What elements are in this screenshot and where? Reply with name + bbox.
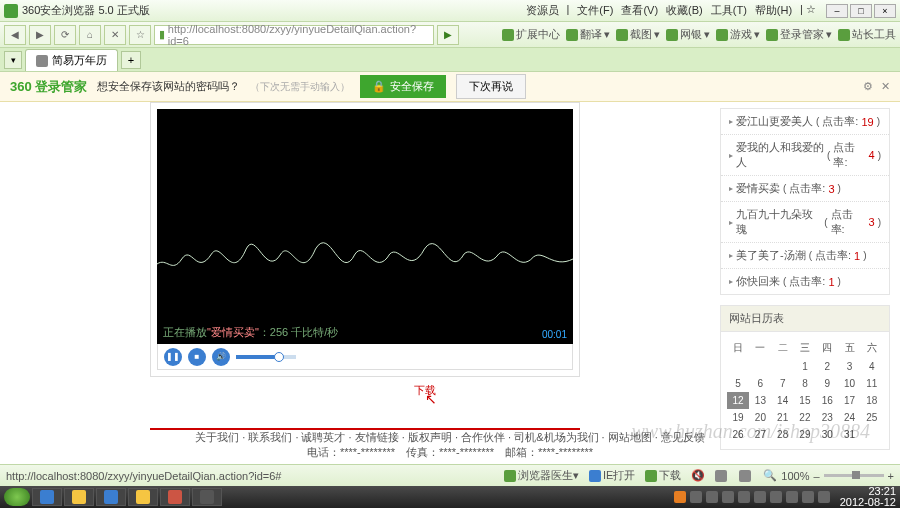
tray-icon[interactable] bbox=[818, 491, 830, 503]
tray-icon[interactable] bbox=[770, 491, 782, 503]
volume-icon[interactable]: 🔊 bbox=[212, 348, 230, 366]
calendar-day[interactable]: 25 bbox=[861, 409, 883, 426]
settings-icon[interactable]: ⚙ bbox=[863, 80, 873, 93]
mute-icon[interactable]: 🔇 bbox=[691, 469, 705, 482]
translate[interactable]: 翻译▾ bbox=[566, 27, 610, 42]
zoom-control[interactable]: 🔍 100% –+ bbox=[763, 469, 894, 482]
taskbar-app[interactable] bbox=[32, 488, 62, 506]
address-bar[interactable]: ▮ http://localhost:8080/zxyy/yinyueDetai… bbox=[154, 25, 434, 45]
open-in-ie[interactable]: IE打开 bbox=[589, 468, 635, 483]
calendar-day[interactable]: 20 bbox=[749, 409, 771, 426]
song-item[interactable]: ▸爱江山更爱美人 (点击率: 19) bbox=[721, 109, 889, 135]
webmaster[interactable]: 站长工具 bbox=[838, 27, 896, 42]
minimize-button[interactable]: – bbox=[826, 4, 848, 18]
tab-list-button[interactable]: ▾ bbox=[4, 51, 22, 69]
calendar-day[interactable]: 7 bbox=[772, 375, 794, 392]
calendar-day[interactable]: 11 bbox=[861, 375, 883, 392]
window-titlebar: 360安全浏览器 5.0 正式版 资源员 | 文件(F) 查看(V) 收藏(B)… bbox=[0, 0, 900, 22]
menu-item[interactable]: 收藏(B) bbox=[666, 3, 703, 18]
taskbar-app[interactable] bbox=[96, 488, 126, 506]
calendar-day[interactable]: 21 bbox=[772, 409, 794, 426]
close-button[interactable]: × bbox=[874, 4, 896, 18]
tray-icon[interactable] bbox=[722, 491, 734, 503]
qq-icon[interactable] bbox=[715, 469, 729, 482]
calendar-day[interactable]: 13 bbox=[749, 392, 771, 409]
maximize-button[interactable]: □ bbox=[850, 4, 872, 18]
calendar-day[interactable]: 6 bbox=[749, 375, 771, 392]
home-button[interactable]: ⌂ bbox=[79, 25, 101, 45]
calendar-day[interactable]: 16 bbox=[816, 392, 838, 409]
calendar-day[interactable]: 17 bbox=[838, 392, 860, 409]
download-link[interactable]: 下载 ↖ bbox=[150, 383, 700, 398]
calendar-day[interactable]: 24 bbox=[838, 409, 860, 426]
calendar-day[interactable]: 10 bbox=[838, 375, 860, 392]
forward-button[interactable]: ▶ bbox=[29, 25, 51, 45]
tray-icon[interactable] bbox=[802, 491, 814, 503]
close-bar-icon[interactable]: ✕ bbox=[881, 80, 890, 93]
browser-tab[interactable]: 简易万年历 bbox=[25, 49, 118, 71]
tray-icon[interactable] bbox=[738, 491, 750, 503]
downloads[interactable]: 下载 bbox=[645, 468, 681, 483]
back-button[interactable]: ◀ bbox=[4, 25, 26, 45]
calendar-day[interactable]: 1 bbox=[794, 358, 816, 375]
browser-doctor[interactable]: 浏览器医生▾ bbox=[504, 468, 579, 483]
new-tab-button[interactable]: + bbox=[121, 51, 141, 69]
calendar-day bbox=[772, 358, 794, 375]
ext-center[interactable]: 扩展中心 bbox=[502, 27, 560, 42]
menu-item[interactable]: 查看(V) bbox=[621, 3, 658, 18]
games[interactable]: 游戏▾ bbox=[716, 27, 760, 42]
tray-icon[interactable] bbox=[786, 491, 798, 503]
calendar-day[interactable]: 15 bbox=[794, 392, 816, 409]
login-mgr[interactable]: 登录管家▾ bbox=[766, 27, 832, 42]
song-item[interactable]: ▸你快回来 (点击率: 1) bbox=[721, 269, 889, 294]
stop-button[interactable]: ■ bbox=[188, 348, 206, 366]
calendar-day[interactable]: 5 bbox=[727, 375, 749, 392]
song-item[interactable]: ▸美了美了-汤潮 (点击率: 1) bbox=[721, 243, 889, 269]
calendar-day[interactable]: 19 bbox=[727, 409, 749, 426]
menu-item[interactable]: 资源员 bbox=[526, 3, 559, 18]
volume-slider[interactable] bbox=[236, 355, 296, 359]
pc-icon[interactable] bbox=[739, 469, 753, 482]
star-button[interactable]: ☆ bbox=[129, 25, 151, 45]
calendar-day[interactable]: 3 bbox=[838, 358, 860, 375]
tray-icon[interactable] bbox=[674, 491, 686, 503]
bank[interactable]: 网银▾ bbox=[666, 27, 710, 42]
song-item[interactable]: ▸九百九十九朵玫瑰 (点击率: 3) bbox=[721, 202, 889, 243]
calendar-day[interactable]: 23 bbox=[816, 409, 838, 426]
save-password-button[interactable]: 🔒 安全保存 bbox=[360, 75, 446, 98]
song-title: 爱我的人和我爱的人 bbox=[736, 140, 824, 170]
taskbar-clock[interactable]: 23:212012-08-12 bbox=[840, 486, 896, 508]
calendar-day[interactable]: 9 bbox=[816, 375, 838, 392]
start-button[interactable] bbox=[4, 488, 30, 506]
pause-button[interactable]: ❚❚ bbox=[164, 348, 182, 366]
song-item[interactable]: ▸爱我的人和我爱的人 (点击率: 4) bbox=[721, 135, 889, 176]
menu-item[interactable]: 帮助(H) bbox=[755, 3, 792, 18]
taskbar-app[interactable] bbox=[192, 488, 222, 506]
tray-icon[interactable] bbox=[706, 491, 718, 503]
player-time: 00:01 bbox=[542, 329, 567, 340]
menu-item[interactable]: 文件(F) bbox=[577, 3, 613, 18]
player-screen: 正在播放"爱情买卖"：256 千比特/秒 00:01 bbox=[157, 109, 573, 344]
stop-button[interactable]: ✕ bbox=[104, 25, 126, 45]
go-button[interactable]: ▶ bbox=[437, 25, 459, 45]
taskbar-app[interactable] bbox=[160, 488, 190, 506]
reload-button[interactable]: ⟳ bbox=[54, 25, 76, 45]
taskbar-app[interactable] bbox=[128, 488, 158, 506]
calendar-day[interactable]: 2 bbox=[816, 358, 838, 375]
menu-item[interactable]: 工具(T) bbox=[711, 3, 747, 18]
taskbar-app[interactable] bbox=[64, 488, 94, 506]
song-title: 美了美了-汤潮 bbox=[736, 248, 806, 263]
calendar-day[interactable]: 14 bbox=[772, 392, 794, 409]
tray-icon[interactable] bbox=[754, 491, 766, 503]
calendar-day[interactable]: 22 bbox=[794, 409, 816, 426]
arrow-icon: ▸ bbox=[729, 251, 733, 260]
weekday-label: 五 bbox=[838, 338, 860, 358]
calendar-day[interactable]: 4 bbox=[861, 358, 883, 375]
calendar-day[interactable]: 12 bbox=[727, 392, 749, 409]
screenshot[interactable]: 截图▾ bbox=[616, 27, 660, 42]
later-button[interactable]: 下次再说 bbox=[456, 74, 526, 99]
tray-icon[interactable] bbox=[690, 491, 702, 503]
calendar-day[interactable]: 8 bbox=[794, 375, 816, 392]
song-item[interactable]: ▸爱情买卖 (点击率: 3) bbox=[721, 176, 889, 202]
calendar-day[interactable]: 18 bbox=[861, 392, 883, 409]
